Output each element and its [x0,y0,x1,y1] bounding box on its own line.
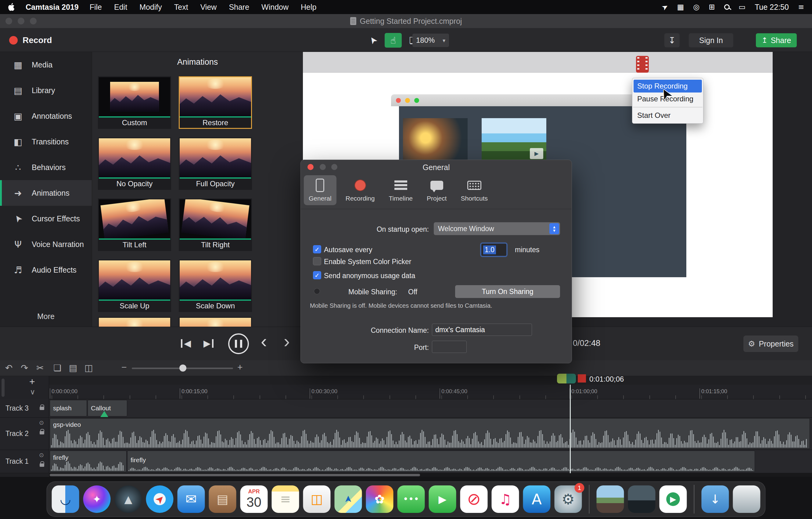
menu-window[interactable]: Window [261,3,289,11]
record-button[interactable]: Record [9,28,52,52]
sidebar-item-behaviors[interactable]: ∴Behaviors [0,155,92,180]
eye-icon[interactable]: ⊙ [39,419,44,426]
dock-launchpad[interactable]: ▲ [115,485,142,513]
scrollbar-thumb[interactable] [50,474,420,476]
paste-icon[interactable]: ▤ [69,363,77,373]
pan-tool[interactable]: ☝ [385,33,402,48]
animation-thumb-no-opacity[interactable]: No Opacity [98,137,171,190]
sidebar-item-transitions[interactable]: ◧Transitions [0,129,92,155]
animation-thumb-tilt-left[interactable]: Tilt Left [98,198,171,251]
dock-messages[interactable]: ••• [398,485,425,513]
menu-file[interactable]: File [90,3,102,11]
animation-thumb-tilt-right[interactable]: Tilt Right [179,198,252,251]
vertical-scrollbar[interactable] [2,379,5,397]
autosave-checkbox[interactable] [313,245,321,253]
dock-camtasia[interactable]: ▶ [660,485,687,513]
step-back-button[interactable]: ‹ [261,331,267,351]
port-input[interactable] [432,341,467,353]
dock-contacts[interactable]: ▤ [209,485,236,513]
previous-frame-button[interactable]: ◀ [181,338,191,349]
dock-books[interactable]: ◫ [303,485,331,513]
spotlight-icon[interactable] [724,4,730,10]
share-button[interactable]: ↥ Share [756,33,797,47]
recording-toolbar-icon[interactable] [636,56,649,73]
pause-button[interactable] [228,333,249,354]
dock-mail[interactable]: ✉ [177,485,205,513]
close-button[interactable] [5,18,12,24]
sign-in-button[interactable]: Sign In [689,33,733,47]
animation-thumb-scale-down[interactable]: Scale Down [179,260,252,312]
eye-icon[interactable]: ⊙ [39,452,44,458]
dock-maps[interactable]: ➤ [335,485,362,513]
dock-itunes[interactable]: ♫ [492,485,519,513]
usage-data-checkbox[interactable] [313,271,321,279]
mirroring-icon[interactable]: ▦ [677,3,684,11]
clip-gsp-video[interactable]: gsp-video [50,418,810,449]
menu-text[interactable]: Text [174,3,188,11]
dock-image-preview-2[interactable] [628,485,656,513]
animation-thumb-partial[interactable] [179,317,252,327]
apple-menu-icon[interactable] [8,3,14,11]
split-icon[interactable]: ◫ [85,363,93,373]
add-track-button[interactable]: + [29,376,35,387]
dock-news[interactable]: ⊘ [460,485,488,513]
dock-facetime[interactable]: ▶ [429,485,456,513]
playhead-in-handle[interactable] [557,374,567,383]
track-lane[interactable]: splash Callout [49,399,812,418]
next-frame-button[interactable]: ▶ [203,338,213,349]
sidebar-item-cursor-effects[interactable]: ➤Cursor Effects [0,206,92,231]
animation-thumb-restore[interactable]: Restore [179,76,252,129]
notification-center-icon[interactable]: ≡ [798,3,804,11]
animation-thumb-partial[interactable] [98,317,171,327]
clip-splash[interactable]: splash [50,400,87,416]
timeline-ruler[interactable]: 0:00:00;000:00:15;000:00:30;000:00:45;00… [49,385,812,399]
playhead-out-handle[interactable] [567,374,576,383]
tab-recording[interactable]: Recording [341,175,380,205]
track-height-toggle[interactable]: ∨ [30,388,35,396]
sidebar-item-animations[interactable]: ➜Animations [0,180,92,206]
sidebar-item-more[interactable]: More [0,308,92,325]
dock-safari[interactable]: ➤ [146,485,174,513]
track-lane[interactable]: gsp-video [49,418,812,450]
turn-on-sharing-button[interactable]: Turn On Sharing [455,285,560,298]
battery-icon[interactable]: ▭ [739,3,746,11]
lock-icon[interactable] [40,463,44,467]
screen-record-icon[interactable]: ◎ [693,3,699,11]
connection-name-input[interactable]: dmx's Camtasia [432,324,532,336]
menu-edit[interactable]: Edit [114,3,127,11]
dock-notes[interactable]: ≡ [272,485,299,513]
sidebar-item-voice-narration[interactable]: ΨVoice Narration [0,231,92,257]
track-lane[interactable]: firefly firefly [49,450,812,473]
app-menu-title[interactable]: Camtasia 2019 [26,3,79,11]
lock-icon[interactable] [40,431,44,434]
animation-marker-icon[interactable] [100,411,108,417]
playhead-marker-icon[interactable] [578,374,586,383]
minimize-button[interactable] [18,18,24,24]
tab-project[interactable]: Project [422,175,452,205]
export-button[interactable]: ↧ [664,33,679,47]
dock-system-preferences[interactable]: ⚙1 [555,485,582,513]
horizontal-scrollbar[interactable] [49,473,812,477]
step-forward-button[interactable]: › [284,331,290,351]
recording-menu-item-start-over[interactable]: Start Over [632,109,703,122]
menu-view[interactable]: View [200,3,217,11]
sidebar-item-media[interactable]: ▦Media [0,52,92,78]
dock-image-preview-1[interactable] [597,485,624,513]
color-picker-checkbox[interactable] [313,257,321,265]
clip-firefly-1[interactable]: firefly [50,450,126,472]
display-icon[interactable]: ⊞ [708,3,715,11]
clip-firefly-2[interactable]: firefly [127,450,755,472]
autosave-input[interactable]: 1.0 [481,244,506,256]
zoom-slider-handle[interactable] [179,364,186,372]
startup-select[interactable]: Welcome Window ▴▾ [434,222,560,235]
zoom-out-button[interactable]: − [121,362,127,373]
animation-thumb-scale-up[interactable]: Scale Up [98,260,171,312]
dock-photos[interactable]: ✿ [366,485,394,513]
tab-shortcuts[interactable]: Shortcuts [456,175,493,205]
copy-icon[interactable]: ❏ [53,363,61,373]
sidebar-item-library[interactable]: ▤Library [0,78,92,103]
undo-icon[interactable]: ↶ [5,363,12,373]
dock-calendar[interactable]: APR30 [240,485,268,513]
dock-downloads-folder[interactable]: ↓ [702,485,729,513]
dock-trash[interactable] [733,485,760,513]
